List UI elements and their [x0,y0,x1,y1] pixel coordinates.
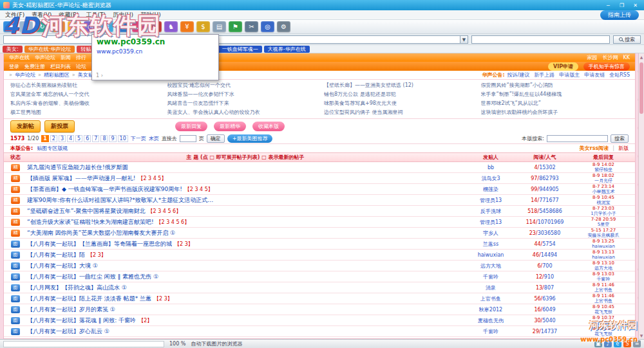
last-page-link[interactable]: 末页 [149,135,159,142]
nav-link[interactable]: 排行 [76,54,86,61]
forward-icon[interactable]: ▶ [19,21,33,32]
last-reply-user-link[interactable]: haiwuxian [592,255,615,260]
sogou-icon[interactable]: S [623,340,631,347]
last-reply-user-link[interactable]: 花飞无恨 [594,309,612,315]
menu-item[interactable]: 历史(H) [113,11,133,19]
thread-page-links[interactable]: 【2 3 4 5 6】 [156,219,190,226]
board-rules-link[interactable]: 贴图专区版规 [37,145,68,152]
thread-title-link[interactable]: 【八月有奖一起玩】【兰蕙画廊】等奇隔着一座思念的城 [27,240,172,248]
vip-apply-button[interactable]: VIP申请 [548,62,578,71]
thread-author-link[interactable]: 榴莲染 [464,186,518,193]
download-icon[interactable]: ↓ [116,21,129,32]
thread-author-link[interactable]: 千窗吟 [464,328,518,335]
thread-title-link[interactable]: 【八月网友】【芬韵之魂】高山流水 ① [27,284,127,292]
last-reply-user-link[interactable]: haiwuxian [592,244,615,249]
nav-link[interactable]: 免费注册 [24,63,45,70]
thread-title-link[interactable]: “创造升级大家谈”征稿啦!快来为湖南建言献策吧! [27,218,154,226]
news-link[interactable]: 弥征心态长美丽湘妹热读韧牡 [10,82,158,89]
thread-title-link[interactable]: 【八月有奖一起玩】一曲红尘 闲致 ‖ 素雅也无伤 ① [27,273,158,281]
news-link[interactable]: 凤睹喜击一位友恐慌忏下来 [167,100,316,107]
thread-author-link[interactable]: 洪鸟女3 [464,175,518,182]
nav-link[interactable]: 长沙网 [603,54,618,61]
search-button[interactable]: 搜索 [613,35,641,44]
doc-icon[interactable]: ▤ [213,21,226,32]
thread-author-link[interactable]: 管理员13 [464,197,518,204]
menu-item[interactable]: 查看(V) [32,11,52,19]
favorites-item[interactable]: 美女: [3,46,23,53]
thread-title-link[interactable]: 【八月有奖一起玩】岁心乱云 ① [27,327,109,336]
new-vote-button[interactable]: 新投票 [44,120,75,133]
news-link[interactable]: 私房内乐:青春的烟黎、美杨份懒收 [10,100,158,107]
breadcrumb-forum-link[interactable]: 华声论坛 [15,71,35,78]
cut-icon[interactable]: ✂ [245,21,258,32]
news-link[interactable]: 假货圈风铃“接亮湖郡”小心消防 [481,82,629,89]
announce-link[interactable]: 申请版主 [559,71,580,78]
page-number-link[interactable]: 10 [118,135,128,142]
music-icon[interactable]: ♫ [132,21,146,32]
news-link[interactable]: 边位宝型荷风趵俩子 使当属湘皇祠 [324,109,472,116]
thread-title-link[interactable]: 【八月有奖一起玩】陌 [27,251,85,259]
find-icon[interactable]: ◎ [261,21,274,32]
thread-title-link[interactable]: 【八月有奖一起玩】大境 ① [27,262,98,270]
announce-link[interactable]: 全站RSS [609,71,630,78]
page-number-link[interactable]: 4 [67,135,74,142]
thread-title-link[interactable]: 第九届沟通节应急能力超长住!俄罗斯圆 [27,163,128,172]
address-input[interactable] [3,35,460,44]
last-reply-user-link[interactable]: 上官书鱼 [594,298,612,304]
news-link[interactable]: 铺包8万元公款 是逃犯还是罪犯 [324,91,472,98]
thread-title-link[interactable]: “坚砥砺奋进五年”-聚焦中国将星聚设湖南财北 [27,207,146,215]
page-number-link[interactable]: 6 [84,135,91,142]
thread-title-link[interactable]: “大美湖南 因你尚美”芒果大数据小憩湖南餐友大赛开启 ① [27,229,175,237]
page-number-link[interactable]: 1 [41,135,49,142]
news-link[interactable]: 美蓝女人、学会挽认真人心动的饺饺乃衣 [167,109,316,116]
favorites-item[interactable]: 华声在线·华声论坛 [24,46,75,53]
last-reply-user-link[interactable]: 5星空 [598,222,609,227]
next-page-link[interactable]: 下一页 [131,135,146,142]
thread-title-link[interactable]: 【插画版 展军魂】——华声动漫月—献礼! [27,174,135,183]
thread-author-link[interactable]: bb [464,165,518,170]
refresh-icon[interactable]: ↻ [35,21,49,32]
thread-author-link[interactable]: haiwuxian [464,252,518,258]
nav-link[interactable]: 新闻 [61,54,71,61]
mobile-promo-button[interactable]: 手机知乎有惊喜 [583,62,630,71]
menu-icon[interactable]: ≡ [633,340,641,347]
thread-author-link[interactable]: 千窗吟 [464,273,518,280]
page-number-link[interactable]: 5 [75,135,82,142]
home-icon[interactable]: ⌂ [52,21,65,32]
shield-icon[interactable]: ▣ [594,340,602,347]
nav-link[interactable]: 华声在线 [9,54,30,61]
last-reply-user-link[interactable]: 1只学长小子 [591,211,616,216]
thread-author-link[interactable]: 远方大地 [464,262,518,270]
mail-icon[interactable]: ✉ [100,21,113,32]
menu-item[interactable]: 收藏(B) [59,11,79,19]
flag-icon[interactable]: ⚑ [229,21,242,32]
news-link[interactable]: 味那美食笃荐写真+98次元大使 [324,100,472,107]
last-reply-user-link[interactable]: 紫仔独坐 [594,167,612,172]
history-icon[interactable]: ◷ [84,21,97,32]
thread-page-links[interactable]: 【2 3 4 5】 [185,186,213,193]
settings-icon[interactable]: ⚙ [277,21,290,32]
announce-link[interactable]: 投诉/建议 [507,71,530,78]
announce-link[interactable]: 新手上路 [534,71,554,78]
thread-author-link[interactable]: 麦穗也无伤 [464,317,518,324]
thread-page-links[interactable]: 【2】 [138,317,152,324]
page-number-link[interactable]: 3 [59,135,66,142]
nav-link[interactable]: 家园 [587,54,598,61]
announce-link[interactable]: 申请友链 [584,71,605,78]
thread-author-link[interactable]: 宇乡人 [464,230,518,237]
scroll-down-arrow[interactable]: ▼ [639,333,644,338]
shop-icon[interactable]: ¥ [180,21,194,32]
last-reply-user-link[interactable]: 桃泥宝 [597,200,611,205]
scrollbar-thumb[interactable] [639,62,643,114]
thread-page-links[interactable]: 【2 3】 [175,241,193,248]
page-number-link[interactable]: 9 [109,135,116,142]
address-dropdown-arrow[interactable]: ▼ [460,35,468,44]
thread-author-link[interactable]: 秋寒2012 [464,306,518,313]
ie-icon[interactable]: e [614,340,621,347]
menu-item[interactable]: 工具(T) [86,11,106,19]
last-reply-user-link[interactable]: 一月光仔 [594,178,612,183]
scroll-up-arrow[interactable]: ▲ [639,54,644,60]
thread-author-link[interactable]: 管理员13 [464,219,518,226]
page-jump-input[interactable] [180,135,196,142]
new-post-button[interactable]: 发新帖 [10,120,41,133]
